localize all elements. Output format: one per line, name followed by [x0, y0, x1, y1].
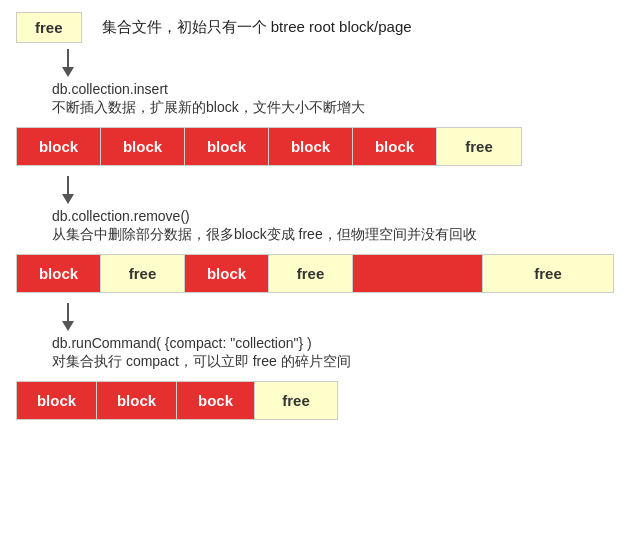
command-compact: db.runCommand( {compact: "collection"} ): [52, 335, 312, 351]
arrow-down-3: [62, 303, 74, 331]
row3-cell-3: free: [255, 382, 337, 419]
desc-compact: 对集合执行 compact，可以立即 free 的碎片空间: [52, 353, 351, 371]
row2-cell-2: block: [185, 255, 269, 292]
row1-cell-3: block: [269, 128, 353, 165]
arrow-head-3: [62, 321, 74, 331]
arrow-section-3: db.runCommand( {compact: "collection"} )…: [52, 303, 624, 377]
row1-cell-4: block: [353, 128, 437, 165]
blocks-row-1: blockblockblockblockblockfree: [16, 127, 522, 166]
row2-cell-4: [353, 255, 483, 292]
arrow-shaft-3: [67, 303, 69, 321]
row2-cell-0: block: [17, 255, 101, 292]
row1-cell-2: block: [185, 128, 269, 165]
initial-free-box: free: [16, 12, 82, 43]
row2-cell-1: free: [101, 255, 185, 292]
row3-cell-1: block: [97, 382, 177, 419]
desc-insert: 不断插入数据，扩展新的block，文件大小不断增大: [52, 99, 365, 117]
row2-cell-3: free: [269, 255, 353, 292]
arrow-shaft-2: [67, 176, 69, 194]
row1-cell-5: free: [437, 128, 521, 165]
row3-cell-0: block: [17, 382, 97, 419]
command-remove: db.collection.remove(): [52, 208, 190, 224]
arrow-section-1: db.collection.insert 不断插入数据，扩展新的block，文件…: [52, 49, 624, 123]
blocks-row-3: blockblockbockfree: [16, 381, 338, 420]
row1-cell-0: block: [17, 128, 101, 165]
arrow-shaft-1: [67, 49, 69, 67]
arrow-down-2: [62, 176, 74, 204]
command-insert: db.collection.insert: [52, 81, 168, 97]
arrow-head-1: [62, 67, 74, 77]
blocks-row-2: blockfreeblockfreefree: [16, 254, 614, 293]
row2-cell-5: free: [483, 255, 613, 292]
section-initial: free 集合文件，初始只有一个 btree root block/page: [16, 12, 624, 43]
desc-remove: 从集合中删除部分数据，很多block变成 free，但物理空间并没有回收: [52, 226, 477, 244]
arrow-head-2: [62, 194, 74, 204]
arrow-down-1: [62, 49, 74, 77]
arrow-section-2: db.collection.remove() 从集合中删除部分数据，很多bloc…: [52, 176, 624, 250]
row1-cell-1: block: [101, 128, 185, 165]
intro-text: 集合文件，初始只有一个 btree root block/page: [102, 18, 412, 37]
row3-cell-2: bock: [177, 382, 255, 419]
